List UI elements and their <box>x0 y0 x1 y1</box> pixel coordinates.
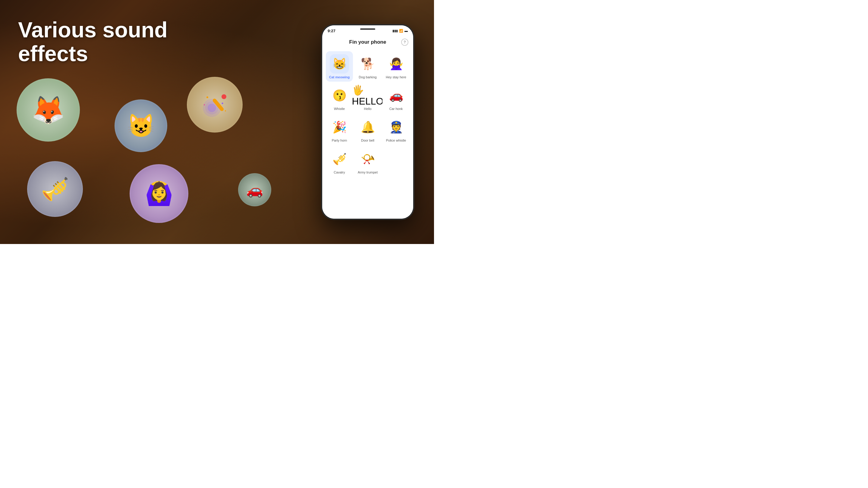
phone-speaker <box>360 28 375 30</box>
door-bell-icon-container: 🔔 <box>358 118 377 137</box>
party-horn-emoji: 🎉 <box>333 121 347 134</box>
cat-meowing-label: Cat meowing <box>329 75 350 79</box>
sound-item-cavalry[interactable]: 🎺 Cavalry <box>326 147 353 177</box>
right-section: 9:27 ▮▮▮ 📶 ▬ Fin your phone ? <box>313 0 422 244</box>
phone-header: Fin your phone ? <box>322 36 413 49</box>
sound-item-police-whistle[interactable]: 👮 Police whistle <box>382 115 410 145</box>
sound-item-army-trumpet[interactable]: 📯 Army trumpet <box>354 147 381 177</box>
circle-cat: 😺 <box>115 99 167 152</box>
cavalry-emoji: 🎺 <box>333 153 347 166</box>
sound-grid: 😸 Cat meowing 🐕 Dog barking <box>326 51 410 177</box>
help-button[interactable]: ? <box>401 38 408 46</box>
army-trumpet-label: Army trumpet <box>358 170 378 174</box>
cat-meowing-emoji: 😸 <box>333 57 347 70</box>
dog-barking-label: Dog barking <box>359 75 376 79</box>
car-honk-emoji: 🚗 <box>389 89 403 102</box>
headline-line1: Various sound <box>18 18 167 42</box>
main-content: Various sound effects 🦊 😺 <box>0 0 434 244</box>
girl-icon: 🙆‍♀️ <box>145 182 173 205</box>
door-bell-label: Door bell <box>361 138 374 142</box>
wifi-icon: 📶 <box>399 29 403 33</box>
phone-content: 😸 Cat meowing 🐕 Dog barking <box>322 49 413 219</box>
sound-item-hey-stay-here[interactable]: 🙅‍♀️ Hey stay here <box>382 51 410 82</box>
party-horn-icon-container: 🎉 <box>330 118 349 137</box>
hello-label: Hello <box>364 107 371 111</box>
phone-app-title: Fin your phone <box>334 39 401 45</box>
signal-icon: ▮▮▮ <box>393 29 398 33</box>
trumpet-icon: 🎺 <box>41 178 69 200</box>
cat-meowing-icon-container: 😸 <box>330 54 349 73</box>
dog-icon: 🦊 <box>31 96 65 124</box>
car-honk-icon-container: 🚗 <box>386 86 406 105</box>
army-trumpet-emoji: 📯 <box>361 153 375 166</box>
hello-icon-container: 🖐️HELLO <box>358 86 377 105</box>
dog-barking-emoji: 🐕 <box>361 57 375 70</box>
whistle-label: Whistle <box>334 107 345 111</box>
police-whistle-emoji: 👮 <box>389 121 403 134</box>
headline-line2: effects <box>18 41 88 66</box>
phone-screen: 9:27 ▮▮▮ 📶 ▬ Fin your phone ? <box>322 25 413 219</box>
army-trumpet-icon-container: 📯 <box>358 150 377 169</box>
svg-point-7 <box>204 104 205 105</box>
whistle-icon-container: 😗 <box>330 86 349 105</box>
svg-point-5 <box>207 96 208 98</box>
hey-stay-here-emoji: 🙅‍♀️ <box>389 57 403 70</box>
car-honk-label: Car honk <box>390 107 403 111</box>
hello-emoji: 🖐️HELLO <box>352 84 384 107</box>
sound-item-car-honk[interactable]: 🚗 Car honk <box>382 83 410 113</box>
whistle-emoji: 😗 <box>333 89 347 102</box>
hey-stay-here-label: Hey stay here <box>386 75 406 79</box>
sound-item-dog-barking[interactable]: 🐕 Dog barking <box>354 51 381 82</box>
phone-time: 9:27 <box>328 29 336 33</box>
svg-point-8 <box>225 110 226 111</box>
svg-point-4 <box>221 94 226 99</box>
sound-item-whistle[interactable]: 😗 Whistle <box>326 83 353 113</box>
circle-car: 🚗 <box>238 173 271 206</box>
car-icon: 🚗 <box>246 182 263 198</box>
door-bell-emoji: 🔔 <box>361 121 375 134</box>
cat-icon: 😺 <box>127 115 155 137</box>
phone-mockup: 9:27 ▮▮▮ 📶 ▬ Fin your phone ? <box>321 24 414 220</box>
sound-item-cat-meowing[interactable]: 😸 Cat meowing <box>326 51 353 82</box>
svg-point-6 <box>221 102 223 104</box>
left-section: Various sound effects 🦊 😺 <box>0 0 313 244</box>
party-horn-label: Party horn <box>332 138 347 142</box>
police-whistle-label: Police whistle <box>386 138 406 142</box>
headline: Various sound effects <box>18 18 167 66</box>
cavalry-icon-container: 🎺 <box>330 150 349 169</box>
sound-item-door-bell[interactable]: 🔔 Door bell <box>354 115 381 145</box>
phone-status-bar: 9:27 ▮▮▮ 📶 ▬ <box>322 25 413 36</box>
status-icons: ▮▮▮ 📶 ▬ <box>393 29 408 33</box>
circle-girl: 🙆‍♀️ <box>130 164 188 223</box>
circle-trumpet: 🎺 <box>27 161 83 217</box>
horn-svg <box>198 88 231 121</box>
svg-point-2 <box>208 104 216 112</box>
sound-item-party-horn[interactable]: 🎉 Party horn <box>326 115 353 145</box>
hey-stay-here-icon-container: 🙅‍♀️ <box>386 54 406 73</box>
sound-item-hello[interactable]: 🖐️HELLO Hello <box>354 83 381 113</box>
cavalry-label: Cavalry <box>334 170 345 174</box>
circle-horn <box>187 77 243 133</box>
help-icon: ? <box>404 40 406 44</box>
dog-barking-icon-container: 🐕 <box>358 54 377 73</box>
police-whistle-icon-container: 👮 <box>386 118 406 137</box>
battery-icon: ▬ <box>404 29 408 33</box>
circle-dog: 🦊 <box>17 78 80 141</box>
